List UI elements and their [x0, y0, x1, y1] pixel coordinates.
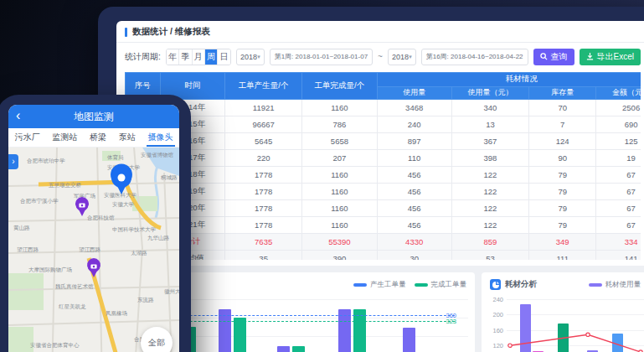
- table-row[interactable]: 12014年1192111603468340702506: [126, 99, 641, 116]
- table-cell: 4330: [377, 233, 451, 250]
- y-axis-tick: 240: [487, 296, 503, 303]
- map-view[interactable]: 合肥市琥珀中学体育局安徽农业大学安徽省博物馆桐城路五里墩立交桥安徽医科大学合肥市…: [8, 148, 179, 352]
- year-from-select[interactable]: 2018 ▾: [236, 49, 265, 65]
- legend-label: 耗材使用量: [605, 280, 641, 290]
- report-page: 数据统计 / 维修报表 统计周期: 年季月周日 2018 ▾ 第1周: 2018…: [116, 21, 644, 352]
- year-to-value: 2018: [392, 53, 409, 61]
- table-cell: 7635: [225, 233, 302, 250]
- year-from-value: 2018: [240, 53, 257, 61]
- period-label: 统计周期:: [125, 51, 161, 63]
- table-cell: 67: [596, 216, 641, 233]
- consumable-chart-title-row: 耗材分析: [490, 279, 537, 290]
- trend-point: [586, 333, 590, 336]
- map-all-button[interactable]: 全部: [141, 327, 173, 352]
- table-cell: 367: [451, 132, 528, 149]
- table-cell: 19: [596, 149, 641, 166]
- range-separator: ~: [378, 52, 383, 61]
- table-cell: 55390: [302, 233, 377, 250]
- table-cell: 53: [451, 250, 528, 260]
- y-axis-tick: 200: [487, 311, 503, 318]
- phone-mockup: ‹ 地图监测 污水厂监测站桥梁泵站摄像头: [0, 95, 191, 352]
- table-row[interactable]: 72020年177811604561227967: [126, 199, 641, 216]
- year-to-select[interactable]: 2018 ▾: [388, 49, 416, 65]
- week-to-field[interactable]: 第16周: 2018-04-16~2018-04-22: [421, 49, 528, 65]
- table-cell: 1160: [302, 99, 377, 116]
- tab-泵站[interactable]: 泵站: [119, 129, 136, 146]
- table-cell: 1160: [302, 183, 377, 199]
- query-label: 查询: [551, 51, 568, 63]
- filter-bar: 统计周期: 年季月周日 2018 ▾ 第1周: 2018-01-01~2018-…: [116, 43, 644, 70]
- table-row[interactable]: 32016年56455658897367124125: [126, 132, 641, 149]
- table-cell: 340: [451, 99, 528, 116]
- column-header: 工单完成量/个: [302, 72, 377, 99]
- tab-桥梁[interactable]: 桥梁: [90, 129, 106, 146]
- period-option[interactable]: 周: [205, 49, 218, 65]
- table-cell: 67: [596, 183, 641, 199]
- period-option[interactable]: 季: [179, 49, 192, 65]
- sub-column-header: 使用量（元）: [451, 86, 528, 99]
- table-cell: 220: [225, 149, 302, 166]
- week-from-field[interactable]: 第1周: 2018-01-01~2018-01-07: [270, 49, 373, 65]
- period-segments: 年季月周日: [166, 49, 231, 65]
- table-header-row: 序号时间工单产生量/个工单完成量/个耗材情况: [126, 72, 641, 86]
- legend-label: 产生工单量: [370, 280, 406, 290]
- export-label: 导出Excel: [597, 51, 634, 63]
- period-option[interactable]: 日: [218, 49, 229, 65]
- table-cell: 859: [451, 233, 528, 250]
- y-axis-tick: 160: [487, 327, 503, 334]
- tab-污水厂[interactable]: 污水厂: [14, 129, 39, 146]
- camera-pin-icon[interactable]: [87, 258, 100, 277]
- table-cell: 110: [377, 149, 451, 166]
- table-row[interactable]: 22015年96667786240137690: [126, 116, 641, 132]
- sub-column-header: 库存量: [529, 86, 596, 99]
- map-expand-button[interactable]: ›: [8, 154, 18, 169]
- export-excel-button[interactable]: 导出Excel: [580, 49, 641, 65]
- table-cell: 67: [596, 166, 641, 183]
- table-cell: 207: [302, 149, 377, 166]
- dashboard-screen: { "desktop": { "breadcrumb": "数据统计 / 维修报…: [0, 0, 644, 352]
- table-row[interactable]: 52018年177811604561227967: [126, 166, 641, 183]
- table-body: 12014年119211160346834070250622015年966677…: [126, 99, 641, 260]
- table-cell: 79: [529, 199, 596, 216]
- bar-完成工单量: [292, 346, 305, 352]
- charts-section: 产生工单量完成工单量 360323 耗材分析 耗材使用量 24020016012…: [116, 266, 644, 352]
- legend-color-pill: [589, 283, 602, 287]
- workorder-chart-legend: 产生工单量完成工单量: [353, 280, 466, 290]
- ref-line-value: 323: [446, 318, 456, 325]
- table-cell: 334: [596, 233, 641, 250]
- period-option[interactable]: 年: [167, 49, 179, 65]
- phone-page-title: 地图监测: [74, 110, 114, 124]
- table-row[interactable]: 62019年177811604561227967: [126, 183, 641, 199]
- table-cell: 3468: [377, 99, 451, 116]
- legend-color-pill: [415, 283, 428, 287]
- table-cell: 897: [377, 132, 451, 149]
- table-cell: 1778: [225, 166, 302, 183]
- tab-摄像头[interactable]: 摄像头: [148, 129, 173, 146]
- table-cell: 1778: [225, 183, 302, 199]
- table-cell: 398: [451, 149, 528, 166]
- y-axis-tick: 120: [487, 342, 503, 349]
- table-cell: 786: [302, 116, 377, 132]
- table-row[interactable]: 82021年177811604561227967: [126, 216, 641, 233]
- table-cell: 122: [451, 166, 528, 183]
- table-cell: 456: [377, 216, 451, 233]
- table-row[interactable]: 42017年2202071103989019: [126, 149, 641, 166]
- query-button[interactable]: 查询: [533, 49, 574, 65]
- back-chevron-icon[interactable]: ‹: [16, 107, 20, 124]
- table-cell: 70: [529, 99, 596, 116]
- selected-pin-icon[interactable]: [111, 163, 132, 194]
- period-option[interactable]: 月: [193, 49, 205, 65]
- table-cell: 1160: [302, 216, 377, 233]
- table-cell: 456: [377, 183, 451, 199]
- camera-pin-icon[interactable]: [75, 197, 89, 216]
- breadcrumb-accent-bar: [125, 28, 127, 37]
- trend-line: [507, 296, 644, 352]
- tab-监测站[interactable]: 监测站: [52, 129, 77, 146]
- table-cell: 79: [529, 183, 596, 199]
- consumable-chart-title: 耗材分析: [505, 279, 537, 290]
- table-head: 序号时间工单产生量/个工单完成量/个耗材情况使用量使用量（元）库存量金额（元）: [126, 72, 641, 99]
- table-cell: 124: [529, 132, 596, 149]
- table-cell: 122: [451, 199, 528, 216]
- report-table-wrap: 序号时间工单产生量/个工单完成量/个耗材情况使用量使用量（元）库存量金额（元） …: [125, 72, 641, 260]
- table-cell: 456: [377, 166, 451, 183]
